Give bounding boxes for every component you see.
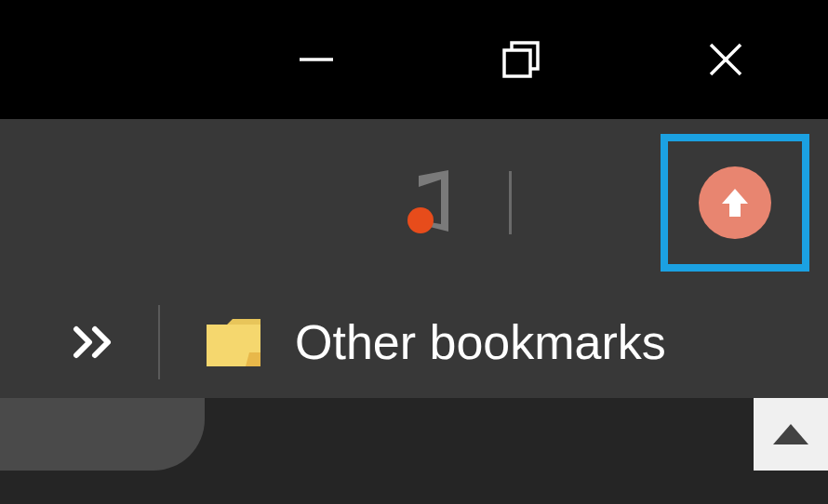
restore-icon: [499, 37, 543, 82]
bookmarks-bar: Other bookmarks: [0, 286, 828, 398]
maximize-restore-button[interactable]: [419, 0, 623, 119]
folder-icon: [205, 317, 262, 368]
upload-button[interactable]: [699, 166, 771, 239]
window-titlebar: [0, 0, 828, 119]
upload-button-highlight: [661, 134, 809, 272]
bookmarks-overflow-button[interactable]: [73, 324, 119, 361]
upload-arrow-icon: [715, 183, 755, 222]
office-icon: [402, 166, 467, 239]
window-controls: [214, 0, 828, 119]
other-bookmarks-label[interactable]: Other bookmarks: [295, 314, 666, 370]
content-area: [0, 398, 828, 504]
other-bookmarks-folder[interactable]: [205, 317, 262, 368]
close-icon: [705, 39, 746, 80]
toolbar-separator: [509, 171, 512, 234]
minimize-icon: [296, 39, 337, 80]
close-button[interactable]: [623, 0, 828, 119]
scrollbar-up-button[interactable]: [754, 398, 828, 471]
chevron-double-right-icon: [73, 324, 119, 361]
minimize-button[interactable]: [214, 0, 419, 119]
scrollbar-up-icon: [769, 420, 812, 448]
bookmarks-separator: [158, 305, 160, 379]
office-extension-button[interactable]: [397, 166, 472, 240]
tab-edge: [0, 398, 205, 471]
browser-toolbar: [0, 119, 828, 286]
svg-point-4: [407, 207, 434, 233]
svg-rect-1: [504, 50, 530, 76]
